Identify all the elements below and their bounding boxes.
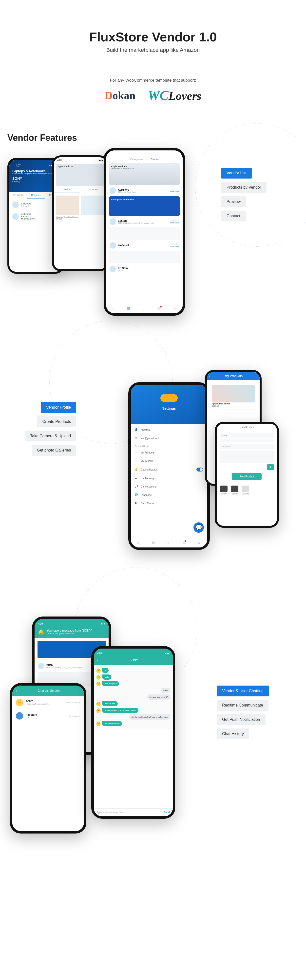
media-camera[interactable]: Camera bbox=[231, 485, 238, 495]
post-product-button[interactable]: Post Product bbox=[232, 473, 261, 480]
tab-reviews[interactable]: Reviews bbox=[80, 186, 107, 193]
chat-title: SONY bbox=[129, 659, 138, 662]
phone-chat: 4:09●●● ‹ SONY 😊hi 😊hello 😊how are you? … bbox=[91, 646, 175, 819]
media-gallery[interactable]: Gallery bbox=[220, 485, 228, 495]
settings-item-products[interactable]: ▭My Products bbox=[131, 448, 207, 457]
field-description[interactable] bbox=[220, 450, 274, 463]
segment-tabs[interactable]: Categories Stores bbox=[106, 157, 183, 163]
avatar bbox=[110, 188, 116, 194]
home-icon[interactable]: ⌂ bbox=[137, 541, 139, 544]
bottom-nav[interactable]: ⌂ ▦ ⌕ 🛍 ☺ bbox=[106, 303, 183, 313]
notification-banner[interactable]: 4:09●●● 🔔 You have a message from "SONY"… bbox=[35, 619, 108, 638]
dokan-logo: Dokan bbox=[105, 89, 135, 102]
label: Attribute bbox=[242, 493, 249, 495]
chip-contact[interactable]: Contact bbox=[221, 211, 245, 221]
settings-user[interactable]: 👤Appstore bbox=[131, 426, 207, 434]
settings-item-language[interactable]: 🌐Language bbox=[131, 491, 207, 499]
label: Dark Theme bbox=[141, 502, 154, 505]
notify-subtitle: I wanna ask you a question bbox=[47, 632, 92, 635]
media-source-tabs[interactable]: Gallery Camera Attribute bbox=[217, 483, 277, 497]
avatar bbox=[16, 712, 23, 719]
vendor-name: KK Store bbox=[118, 267, 129, 269]
tab-reviews[interactable]: Reviews bbox=[27, 192, 45, 199]
vendor-name: AppStore bbox=[118, 188, 136, 191]
tab-products[interactable]: Products bbox=[10, 192, 27, 199]
toggle-switch[interactable] bbox=[196, 468, 203, 471]
product-thumb[interactable] bbox=[81, 196, 104, 215]
home-icon[interactable]: ⌂ bbox=[112, 306, 114, 310]
back-icon[interactable]: ‹ bbox=[97, 659, 98, 662]
cart-icon[interactable]: 🛍 bbox=[157, 306, 160, 310]
chat-list-item[interactable]: 😊 SONY I wanna ask you a question a few … bbox=[12, 696, 84, 709]
field-type[interactable]: simple bbox=[220, 433, 274, 438]
settings-item-wishlist[interactable]: ♡My Wishlist bbox=[131, 457, 207, 465]
vendor-row[interactable]: Wofamall ☆☆☆☆☆ Visit Store bbox=[106, 240, 183, 251]
label: Language bbox=[141, 494, 152, 496]
settings-item-notification[interactable]: 🔔Get Notification bbox=[131, 465, 207, 474]
phone-settings: Settings 👤Appstore ✉test@yourstore.io Ge… bbox=[128, 382, 210, 550]
vendor-banner-apple[interactable]: Apple Products Latest deals of Apple pro… bbox=[109, 163, 180, 185]
new-product-header: New Product bbox=[217, 424, 277, 431]
chip-chat-history[interactable]: Chat History bbox=[217, 729, 249, 739]
avatar bbox=[12, 213, 19, 220]
vendor-row[interactable]: AppStore 23 Nguyen Trung Ngan ☆☆☆☆☆ Visi… bbox=[106, 185, 183, 196]
settings-item-conversations[interactable]: 💬Conversations bbox=[131, 482, 207, 491]
vendor-address: 23 Nguyen Trung Ngan bbox=[118, 191, 136, 193]
vendor-address: 603B, SIB Building, Quang Trung software… bbox=[118, 222, 154, 224]
fab-chat[interactable]: 💬 bbox=[193, 522, 204, 533]
visit-link[interactable]: Visit Store bbox=[170, 245, 179, 248]
chat-name: SONY bbox=[26, 700, 49, 703]
vendor-row[interactable]: CeStore 603B, SIB Building, Quang Trung … bbox=[106, 216, 183, 228]
chat-bubble-sent: ok. see you soon bbox=[102, 721, 122, 726]
store-tabs[interactable]: Product Reviews bbox=[54, 186, 107, 193]
chat-bubble-sent: yes, i'm free bbox=[102, 701, 118, 706]
vendor-banner-notebooks[interactable]: Laptops & Notebooks bbox=[109, 196, 180, 216]
chip-vendor-profile[interactable]: Vendor Profile bbox=[41, 402, 76, 413]
chat-input[interactable]: Type your message here bbox=[97, 811, 124, 814]
bell-icon: 🔔 bbox=[38, 629, 44, 635]
phone-vendor-products: 4:07●●● Apple Products Product Reviews C… bbox=[52, 155, 108, 271]
tab-product[interactable]: Product bbox=[54, 186, 80, 193]
chip-products-by-vendor[interactable]: Products by Vendor bbox=[221, 182, 266, 193]
chip-create-products[interactable]: Create Products bbox=[37, 416, 76, 427]
chip-realtime[interactable]: Realtime Communicate bbox=[217, 700, 268, 711]
chip-chatting[interactable]: Vendor & User Chatting bbox=[217, 686, 269, 697]
chip-camera-upload[interactable]: Take Camera & Upload bbox=[25, 431, 76, 441]
bottom-nav[interactable]: ⌂ ▦ ⌕ 🛍 ☺ bbox=[131, 537, 207, 547]
user-icon[interactable]: ☺ bbox=[198, 541, 201, 544]
tab-categories[interactable]: Categories bbox=[130, 158, 143, 161]
add-button[interactable]: + bbox=[267, 465, 274, 470]
visit-link[interactable]: Visit Store bbox=[170, 222, 179, 224]
settings-item-messages[interactable]: ☰List Messages bbox=[131, 474, 207, 482]
back-icon[interactable]: ‹ bbox=[16, 689, 17, 692]
field-name[interactable] bbox=[220, 439, 274, 442]
feature-chips-2: Vendor Profile Create Products Take Came… bbox=[25, 402, 76, 456]
user-icon[interactable]: ☺ bbox=[173, 306, 176, 310]
send-button[interactable]: Send bbox=[164, 811, 170, 814]
grid-icon[interactable]: ▦ bbox=[151, 541, 155, 544]
settings-email[interactable]: ✉test@yourstore.io bbox=[131, 434, 207, 442]
avatar: 😊 bbox=[96, 675, 101, 679]
field-sale-price[interactable]: Sale price bbox=[220, 444, 274, 449]
chip-push-notification[interactable]: Get Push Notificiation bbox=[217, 714, 266, 725]
search-icon[interactable]: ⌕ bbox=[143, 306, 145, 310]
back-icon[interactable]: ‹ bbox=[209, 374, 210, 378]
chip-preview[interactable]: Preview bbox=[221, 196, 246, 207]
cart-icon[interactable]: 🛍 bbox=[182, 541, 185, 544]
vendor-row[interactable]: KK Store sdf, Sf bbox=[106, 263, 183, 275]
grid-icon[interactable]: ▦ bbox=[127, 306, 130, 310]
showcase-2: Vendor Profile Create Products Take Came… bbox=[0, 370, 306, 587]
avatar bbox=[110, 242, 116, 248]
product-thumb[interactable] bbox=[56, 196, 79, 215]
chat-list-item[interactable]: AppStore Hello 21 minutes ago bbox=[12, 709, 84, 722]
tab-stores[interactable]: Stores bbox=[151, 158, 159, 161]
gallery-icon bbox=[220, 485, 228, 492]
settings-item-darktheme[interactable]: ◐Dark Theme bbox=[131, 499, 207, 508]
search-icon[interactable]: ⌕ bbox=[167, 541, 169, 544]
visit-link[interactable]: Visit Store bbox=[170, 191, 179, 193]
chip-photo-galleries[interactable]: Get photo Galleries bbox=[32, 445, 76, 456]
avatar: 😊 bbox=[96, 668, 101, 673]
chip-vendor-list[interactable]: Vendor List bbox=[221, 168, 252, 178]
product-card[interactable]: Apple iPod Touch $119.00 bbox=[210, 383, 257, 409]
media-attribute[interactable]: Attribute bbox=[242, 485, 249, 495]
